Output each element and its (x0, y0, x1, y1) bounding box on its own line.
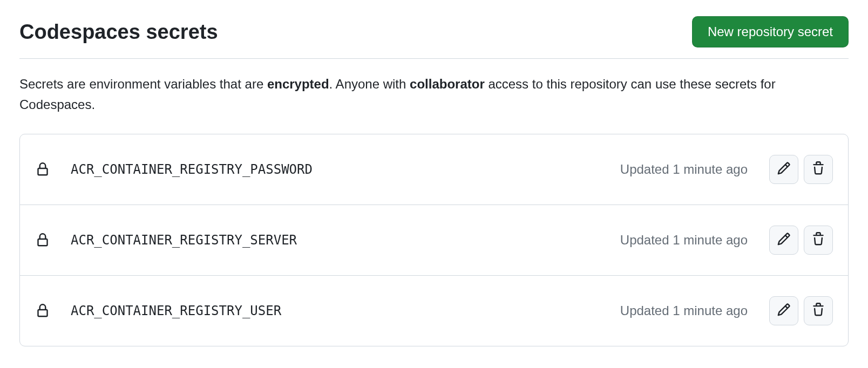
updated-timestamp: Updated 1 minute ago (620, 303, 748, 318)
action-buttons (769, 155, 833, 184)
secret-name: ACR_CONTAINER_REGISTRY_USER (71, 303, 609, 318)
updated-timestamp: Updated 1 minute ago (620, 233, 748, 248)
action-buttons (769, 296, 833, 325)
description-collaborator-word: collaborator (410, 77, 485, 91)
edit-secret-button[interactable] (769, 226, 798, 255)
edit-secret-button[interactable] (769, 155, 798, 184)
secret-row: ACR_CONTAINER_REGISTRY_SERVER Updated 1 … (20, 205, 848, 276)
secret-row: ACR_CONTAINER_REGISTRY_PASSWORD Updated … (20, 134, 848, 205)
secret-row: ACR_CONTAINER_REGISTRY_USER Updated 1 mi… (20, 276, 848, 346)
secret-name: ACR_CONTAINER_REGISTRY_PASSWORD (71, 162, 609, 177)
trash-icon (811, 232, 825, 248)
pencil-icon (777, 232, 791, 248)
delete-secret-button[interactable] (804, 226, 833, 255)
delete-secret-button[interactable] (804, 155, 833, 184)
pencil-icon (777, 303, 791, 318)
lock-icon (35, 233, 50, 248)
pencil-icon (777, 161, 791, 177)
secret-name: ACR_CONTAINER_REGISTRY_SERVER (71, 233, 609, 248)
secrets-list: ACR_CONTAINER_REGISTRY_PASSWORD Updated … (19, 134, 849, 346)
description-prefix: Secrets are environment variables that a… (19, 77, 267, 91)
lock-icon (35, 162, 50, 177)
lock-icon (35, 303, 50, 318)
trash-icon (811, 161, 825, 177)
edit-secret-button[interactable] (769, 296, 798, 325)
description-mid: . Anyone with (329, 77, 410, 91)
new-repository-secret-button[interactable]: New repository secret (692, 16, 849, 47)
page-header: Codespaces secrets New repository secret (19, 16, 849, 59)
description-text: Secrets are environment variables that a… (19, 74, 849, 115)
description-encrypted-word: encrypted (267, 77, 329, 91)
updated-timestamp: Updated 1 minute ago (620, 162, 748, 177)
delete-secret-button[interactable] (804, 296, 833, 325)
page-title: Codespaces secrets (19, 21, 218, 44)
action-buttons (769, 226, 833, 255)
trash-icon (811, 303, 825, 318)
